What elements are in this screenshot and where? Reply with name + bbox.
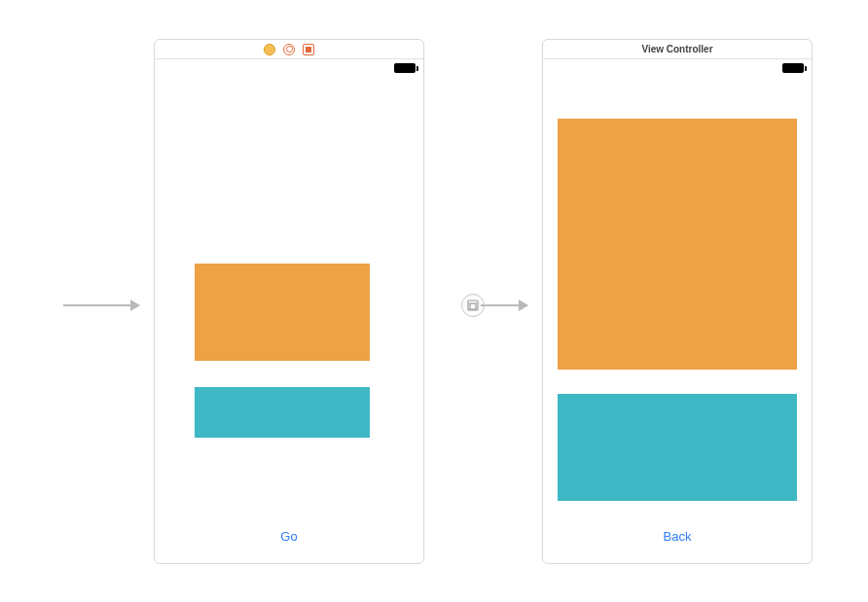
battery-icon [394,63,416,73]
status-bar [155,59,423,77]
scene-right[interactable]: View Controller Back [542,39,813,564]
go-button[interactable]: Go [155,529,423,544]
back-button[interactable]: Back [543,529,812,544]
scene-right-titlebar[interactable]: View Controller [543,40,812,59]
segue-arrow[interactable] [481,304,527,306]
scene-left-content[interactable]: Go [155,77,423,563]
scene-right-content[interactable]: Back [543,77,812,563]
first-responder-icon [264,44,275,55]
teal-view-right[interactable] [558,394,797,501]
scene-right-title: View Controller [641,44,712,54]
svg-rect-1 [470,303,476,309]
battery-icon [782,63,804,73]
orange-view-left[interactable] [195,264,370,361]
exit-icon [283,44,295,55]
initial-scene-arrow [63,304,139,306]
teal-view-left[interactable] [195,387,370,438]
scene-left-titlebar[interactable] [155,40,423,59]
storyboard-entry-icon [303,44,314,55]
segue-present-icon [467,300,479,311]
status-bar [543,59,812,77]
orange-view-right[interactable] [558,119,797,370]
storyboard-canvas[interactable]: Go View Controller Back [0,0,868,602]
scene-left[interactable]: Go [154,39,424,564]
